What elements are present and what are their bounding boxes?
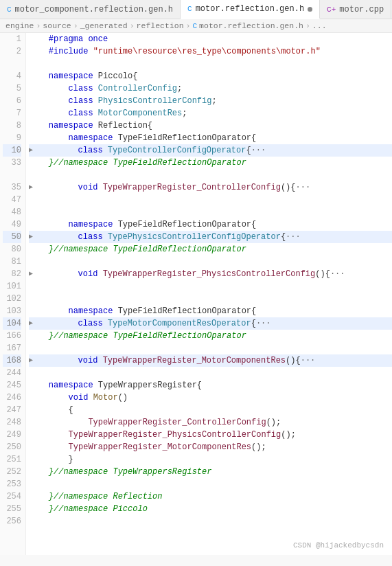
ln-246: 246 — [3, 392, 21, 404]
code-line-82: ▶ void TypeWrapperRegister_PhysicsContro… — [29, 268, 392, 280]
collapse-arrow-82[interactable]: ▶ — [29, 268, 38, 280]
ln-247: 247 — [3, 404, 21, 416]
code-line-3 — [29, 58, 392, 70]
breadcrumb-file-icon: C — [193, 22, 198, 30]
code-line-254: }//namespace Reflection — [29, 490, 392, 503]
ln-250: 250 — [3, 441, 21, 453]
code-line-253 — [29, 478, 392, 490]
ln-244: 244 — [3, 367, 21, 379]
ln-252: 252 — [3, 466, 21, 478]
ln-103: 103 — [3, 305, 21, 317]
tab-motor-cpp[interactable]: C+ motor.cpp — [320, 0, 391, 19]
code-line-101 — [29, 280, 392, 293]
breadcrumb-filename: motor.reflection.gen.h — [199, 21, 303, 30]
code-line-34 — [29, 169, 392, 181]
ln-34 — [3, 169, 21, 181]
ln-50: 50 — [3, 231, 21, 243]
code-line-247: { — [29, 404, 392, 416]
code-line-104: ▶ class TypeMotorComponentResOperator{··… — [29, 317, 392, 330]
modified-indicator — [308, 7, 312, 12]
code-line-256 — [29, 515, 392, 528]
code-line-168: ▶ void TypeWrapperRegister_MotorComponen… — [29, 354, 392, 367]
ln-80: 80 — [3, 243, 21, 256]
breadcrumb: engine › source › _generated › reflectio… — [0, 19, 392, 33]
code-line-7: class MotorComponentRes; — [29, 107, 392, 120]
code-line-167 — [29, 342, 392, 354]
breadcrumb-ellipsis: ... — [312, 21, 327, 30]
code-line-6: class PhysicsControllerConfig; — [29, 95, 392, 107]
ln-1: 1 — [3, 33, 21, 45]
collapse-arrow-50[interactable]: ▶ — [29, 231, 38, 243]
code-line-49: namespace TypeFieldReflectionOparator{ — [29, 218, 392, 231]
ln-166: 166 — [3, 330, 21, 342]
code-line-33: }//namespace TypeFieldReflectionOparator — [29, 157, 392, 169]
code-area: 1 2 4 5 6 7 8 9 10 33 35 47 48 49 50 80 … — [0, 33, 392, 555]
line-numbers: 1 2 4 5 6 7 8 9 10 33 35 47 48 49 50 80 … — [0, 33, 26, 555]
ln-2: 2 — [3, 45, 21, 58]
code-line-8: namespace Reflection{ — [29, 120, 392, 132]
ln-249: 249 — [3, 429, 21, 441]
code-line-249: TypeWrapperRegister_PhysicsControllerCon… — [29, 429, 392, 441]
breadcrumb-sep2: › — [73, 21, 78, 30]
ln-101: 101 — [3, 280, 21, 293]
code-line-80: }//namespace TypeFieldReflectionOparator — [29, 243, 392, 256]
breadcrumb-sep3: › — [130, 21, 135, 30]
ln-255: 255 — [3, 503, 21, 515]
ln-167: 167 — [3, 342, 21, 354]
ln-47: 47 — [3, 194, 21, 206]
code-content: #pragma once #include "runtime\resource\… — [26, 33, 392, 555]
ln-254: 254 — [3, 490, 21, 503]
tab-label: motor_component.reflection.gen.h — [15, 5, 173, 14]
ln-49: 49 — [3, 218, 21, 231]
collapse-arrow-104[interactable]: ▶ — [29, 317, 38, 330]
code-line-50: ▶ class TypePhysicsControllerConfigOpera… — [29, 231, 392, 243]
code-line-5: class ControllerConfig; — [29, 82, 392, 95]
collapse-arrow-168[interactable]: ▶ — [29, 354, 38, 367]
ln-5: 5 — [3, 82, 21, 95]
ln-251: 251 — [3, 453, 21, 466]
tab-bar: C motor_component.reflection.gen.h C mot… — [0, 0, 392, 19]
ln-7: 7 — [3, 107, 21, 120]
code-line-1: #pragma once — [29, 33, 392, 45]
code-line-102 — [29, 293, 392, 305]
ln-248: 248 — [3, 416, 21, 429]
code-line-35: ▶ void TypeWrapperRegister_ControllerCon… — [29, 181, 392, 194]
ln-10: 10 — [3, 144, 21, 157]
code-line-81 — [29, 256, 392, 268]
code-line-10: ▶ class TypeControllerConfigOperator{··· — [29, 144, 392, 157]
code-line-252: }//namespace TypeWrappersRegister — [29, 466, 392, 478]
ln-6: 6 — [3, 95, 21, 107]
code-line-2: #include "runtime\resource\res_type\comp… — [29, 45, 392, 58]
code-line-9: namespace TypeFieldReflectionOparator{ — [29, 132, 392, 144]
ln-3 — [3, 58, 21, 70]
tab-motor-component-reflection[interactable]: C motor_component.reflection.gen.h — [0, 0, 181, 19]
breadcrumb-engine: engine — [5, 21, 34, 30]
breadcrumb-reflection: reflection — [137, 21, 184, 30]
code-line-4: namespace Piccolo{ — [29, 70, 392, 82]
tab-label-2: motor.reflection.gen.h — [196, 4, 304, 14]
pragma-keyword: #pragma once — [49, 33, 108, 45]
code-line-255: }//namespace Piccolo — [29, 503, 392, 515]
code-line-251: } — [29, 453, 392, 466]
c-file-icon: C — [7, 5, 12, 14]
ln-8: 8 — [3, 120, 21, 132]
code-line-47 — [29, 194, 392, 206]
collapse-arrow-10[interactable]: ▶ — [29, 144, 38, 157]
tab-label-3: motor.cpp — [339, 5, 384, 14]
tab-motor-reflection[interactable]: C motor.reflection.gen.h — [181, 0, 320, 19]
c-file-icon-2: C — [187, 5, 192, 13]
ln-82: 82 — [3, 268, 21, 280]
code-line-48 — [29, 206, 392, 218]
ln-256: 256 — [3, 515, 21, 528]
code-line-166: }//namespace TypeFieldReflectionOparator — [29, 330, 392, 342]
ln-35: 35 — [3, 181, 21, 194]
ln-245: 245 — [3, 379, 21, 392]
breadcrumb-source: source — [43, 21, 71, 30]
collapse-arrow-35[interactable]: ▶ — [29, 181, 38, 194]
breadcrumb-sep5: › — [305, 21, 310, 30]
ln-104: 104 — [3, 317, 21, 330]
code-line-250: TypeWrapperRegister_MotorComponentRes(); — [29, 441, 392, 453]
cpp-file-icon: C+ — [327, 5, 336, 14]
ln-9: 9 — [3, 132, 21, 144]
ln-33: 33 — [3, 157, 21, 169]
